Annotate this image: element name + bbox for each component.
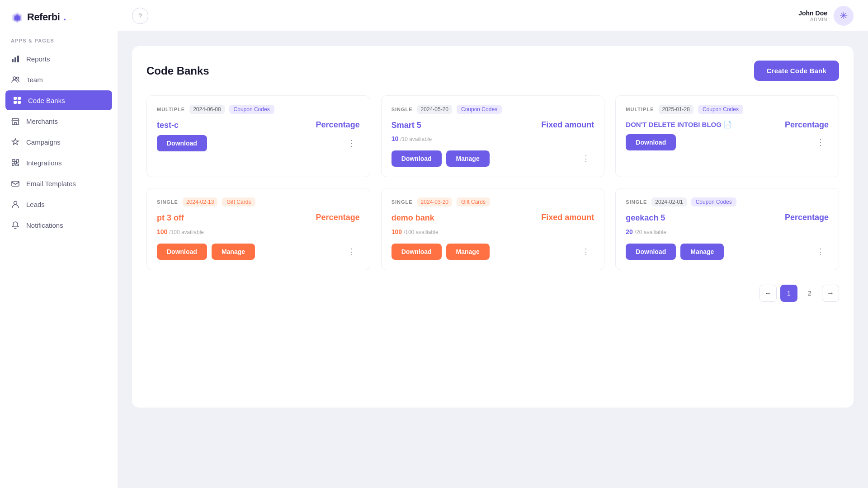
- sidebar-item-notifications-label: Notifications: [26, 221, 63, 229]
- card-name-4: pt 3 off: [157, 213, 184, 223]
- card-count-6: 20 /20 availiable: [626, 228, 829, 235]
- header-left: ?: [132, 8, 148, 24]
- svg-rect-8: [18, 101, 21, 104]
- sidebar-item-integrations[interactable]: Integrations: [0, 153, 118, 173]
- card-count-4: 100 /100 availiable: [157, 228, 360, 235]
- avatar[interactable]: ✳: [834, 6, 854, 26]
- download-button-4[interactable]: Download: [157, 244, 207, 260]
- manage-button-2[interactable]: Manage: [446, 150, 490, 167]
- card-tag-6: Coupon Codes: [691, 197, 736, 206]
- create-code-bank-button[interactable]: Create Code Bank: [754, 61, 839, 81]
- puzzle-icon: [11, 158, 20, 167]
- download-button-5[interactable]: Download: [392, 244, 442, 260]
- user-name: John Doe: [798, 9, 827, 17]
- card-name-3: DON'T DELETE INTOBI BLOG 📄: [626, 120, 732, 129]
- download-button-3[interactable]: Download: [626, 134, 676, 150]
- bank-card-2: SINGLE 2024-05-20 Coupon Codes Smart 5 F…: [381, 95, 605, 177]
- pagination: ← 1 2 →: [146, 285, 839, 302]
- card-discount-1: Percentage: [316, 120, 360, 130]
- card-actions-3: Download ⋮: [626, 134, 829, 150]
- more-button-3[interactable]: ⋮: [813, 136, 829, 149]
- card-type-2: SINGLE: [392, 107, 413, 112]
- svg-rect-7: [14, 101, 17, 104]
- sidebar-item-team-label: Team: [26, 76, 43, 84]
- sidebar-item-campaigns[interactable]: Campaigns: [0, 132, 118, 152]
- download-button-6[interactable]: Download: [626, 244, 676, 260]
- more-button-4[interactable]: ⋮: [344, 245, 360, 258]
- card-type-4: SINGLE: [157, 199, 178, 205]
- sidebar-item-merchants[interactable]: Merchants: [0, 111, 118, 131]
- card-names-3: DON'T DELETE INTOBI BLOG 📄 Percentage: [626, 120, 829, 130]
- card-names-1: test-c Percentage: [157, 120, 360, 131]
- card-discount-2: Fixed amount: [541, 120, 594, 130]
- card-name-2: Smart 5: [392, 120, 421, 131]
- bank-card-4: SINGLE 2024-02-13 Gift Cards pt 3 off Pe…: [146, 188, 370, 270]
- card-discount-4: Percentage: [316, 213, 360, 222]
- logo-period: .: [63, 11, 66, 23]
- download-button-1[interactable]: Download: [157, 135, 207, 151]
- pagination-prev[interactable]: ←: [760, 285, 777, 302]
- card-meta-2: SINGLE 2024-05-20 Coupon Codes: [392, 105, 594, 114]
- pagination-page-2[interactable]: 2: [801, 285, 818, 302]
- manage-button-5[interactable]: Manage: [446, 244, 490, 260]
- card-tag-4: Gift Cards: [222, 197, 255, 206]
- more-button-1[interactable]: ⋮: [344, 136, 360, 150]
- help-button[interactable]: ?: [132, 8, 148, 24]
- logo: Referbi.: [0, 11, 118, 38]
- sidebar-item-email-templates-label: Email Templates: [26, 180, 76, 188]
- sidebar-item-notifications[interactable]: Notifications: [0, 215, 118, 235]
- card-tag-2: Coupon Codes: [457, 105, 502, 114]
- card-type-3: MULTIPLE: [626, 107, 654, 112]
- sidebar-item-reports[interactable]: Reports: [0, 49, 118, 69]
- card-date-4: 2024-02-13: [183, 197, 217, 206]
- avatar-icon: ✳: [840, 10, 848, 22]
- card-tag-3: Coupon Codes: [698, 105, 743, 114]
- svg-point-4: [17, 77, 19, 80]
- sidebar-item-merchants-label: Merchants: [26, 117, 58, 125]
- store-icon: [11, 117, 20, 126]
- sidebar-item-leads-label: Leads: [26, 201, 45, 208]
- card-tag-5: Gift Cards: [457, 197, 490, 206]
- pagination-next[interactable]: →: [822, 285, 839, 302]
- grid-icon: [13, 96, 22, 105]
- sidebar-item-code-banks[interactable]: Code Banks: [5, 90, 112, 110]
- card-meta-6: SINGLE 2024-02-01 Coupon Codes: [626, 197, 829, 206]
- card-type-5: SINGLE: [392, 199, 413, 205]
- header-right: John Doe ADMIN ✳: [798, 6, 854, 26]
- card-actions-1: Download ⋮: [157, 135, 360, 151]
- card-count-available-2: /10 availiable: [400, 136, 432, 142]
- star-icon: [11, 137, 20, 146]
- user-role: ADMIN: [798, 17, 827, 22]
- download-button-2[interactable]: Download: [392, 150, 442, 167]
- more-button-2[interactable]: ⋮: [578, 152, 594, 165]
- card-actions-2: Download Manage ⋮: [392, 150, 594, 167]
- users-icon: [11, 75, 20, 84]
- user-info: John Doe ADMIN: [798, 9, 827, 22]
- bank-card-6: SINGLE 2024-02-01 Coupon Codes geekach 5…: [615, 188, 839, 270]
- sidebar-item-leads[interactable]: Leads: [0, 194, 118, 214]
- svg-rect-0: [12, 59, 14, 62]
- sidebar-section-label: APPS & PAGES: [0, 38, 118, 49]
- card-names-5: demo bank Fixed amount: [392, 213, 594, 223]
- card-name-6: geekach 5: [626, 213, 665, 223]
- sidebar-nav: Reports Team: [0, 49, 118, 235]
- content-area: Code Banks Create Code Bank MULTIPLE 202…: [118, 32, 868, 488]
- manage-button-6[interactable]: Manage: [680, 244, 724, 260]
- manage-button-4[interactable]: Manage: [212, 244, 255, 260]
- card-type-1: MULTIPLE: [157, 107, 185, 112]
- more-button-5[interactable]: ⋮: [578, 245, 594, 258]
- logo-text: Referbi: [27, 11, 60, 23]
- bar-chart-icon: [11, 54, 20, 63]
- person-icon: [11, 200, 20, 209]
- card-actions-6: Download Manage ⋮: [626, 244, 829, 260]
- mail-icon: [11, 179, 20, 188]
- pagination-page-1[interactable]: 1: [780, 285, 797, 302]
- svg-point-11: [14, 202, 17, 205]
- card-date-6: 2024-02-01: [651, 197, 686, 206]
- sidebar-item-email-templates[interactable]: Email Templates: [0, 174, 118, 193]
- card-date-3: 2025-01-28: [659, 105, 693, 114]
- sidebar-item-team[interactable]: Team: [0, 70, 118, 89]
- more-button-6[interactable]: ⋮: [813, 245, 829, 258]
- sidebar-item-campaigns-label: Campaigns: [26, 138, 61, 146]
- card-emoji-3: 📄: [723, 121, 732, 128]
